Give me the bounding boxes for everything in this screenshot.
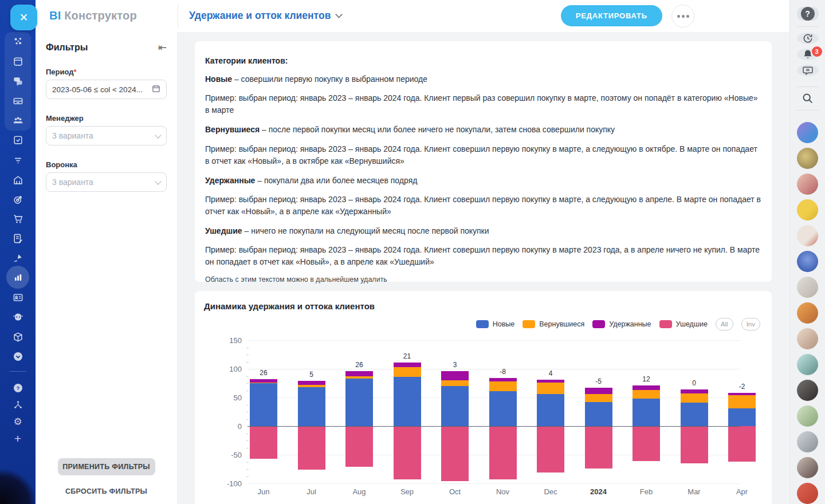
manager-select[interactable]: 3 варианта <box>46 126 167 145</box>
x-axis-label: Mar <box>674 487 714 496</box>
avatar[interactable] <box>797 225 818 246</box>
apply-filters-button[interactable]: ПРИМЕНИТЬ ФИЛЬТРЫ <box>58 458 155 475</box>
calendar-icon <box>152 84 160 95</box>
help-icon[interactable]: ? <box>10 380 26 396</box>
legend-swatch-churned <box>659 320 672 328</box>
package-icon[interactable] <box>10 329 26 345</box>
chat-icon[interactable] <box>10 73 26 89</box>
legend-swatch-retained <box>592 320 605 328</box>
idcard-icon[interactable] <box>10 289 26 305</box>
signature-icon[interactable] <box>10 250 26 266</box>
filter-icon[interactable] <box>10 152 26 168</box>
x-axis-label: Sep <box>387 487 427 496</box>
bot-icon[interactable] <box>10 309 26 325</box>
kanban-icon[interactable] <box>10 53 26 69</box>
help-button[interactable]: ? <box>797 7 819 21</box>
y-axis-minor-tick <box>246 477 249 477</box>
reset-filters-button[interactable]: СБРОСИТЬ ФИЛЬТРЫ <box>65 487 147 495</box>
avatar[interactable] <box>797 199 818 220</box>
grid-line <box>247 340 740 341</box>
bar-segment <box>394 363 421 367</box>
definition-retained: Удержанные – покупали два или более меся… <box>205 175 761 186</box>
info-card: Категории клиентов: Новые – совершили пе… <box>195 41 772 282</box>
target-icon[interactable] <box>10 191 26 207</box>
right-rail-divider <box>797 86 819 87</box>
close-icon[interactable]: ✕ <box>10 5 37 30</box>
cluster-icon[interactable] <box>10 33 26 49</box>
inbox-icon[interactable] <box>10 93 26 109</box>
legend-all-button[interactable]: All <box>716 318 733 330</box>
dashboard-title-dropdown[interactable]: Удержание и отток клиентов <box>189 10 341 22</box>
settings-icon[interactable]: ⚙ <box>10 414 26 430</box>
top-bar: BI Конструктор Удержание и отток клиенто… <box>36 0 789 32</box>
svg-text:?: ? <box>16 385 19 391</box>
bar-segment <box>394 377 421 426</box>
users-icon[interactable] <box>10 112 26 128</box>
search-button[interactable] <box>797 92 819 104</box>
avatar[interactable] <box>797 431 818 452</box>
avatar[interactable] <box>797 122 818 143</box>
avatar[interactable] <box>797 277 818 298</box>
y-axis-tick: 50 <box>215 393 242 402</box>
avatar[interactable] <box>797 457 818 478</box>
funnel-placeholder: 3 варианта <box>52 178 152 187</box>
y-axis-minor-tick <box>246 355 249 355</box>
avatar[interactable] <box>797 148 818 169</box>
chevron-down-icon <box>155 178 161 184</box>
filters-panel: Фильтры ⇤ Период* 2023-05-06 ≤ col < 202… <box>36 32 178 504</box>
stacked-bar-chart[interactable]: 150100500-50-10026Jun5Jul26Aug21Sep3Oct-… <box>247 340 740 504</box>
notifications-button[interactable]: 3 <box>797 49 819 60</box>
tasks-icon[interactable] <box>10 132 26 148</box>
bar-segment <box>345 379 373 426</box>
building-icon[interactable] <box>10 172 26 188</box>
zero-line <box>247 426 740 427</box>
bar-segment <box>681 389 708 393</box>
funnel-select[interactable]: 3 варианта <box>46 172 167 192</box>
grid-line <box>247 483 740 484</box>
legend-inv-button[interactable]: Inv <box>741 318 760 330</box>
bar-segment <box>489 381 517 391</box>
legend-swatch-new <box>476 320 489 328</box>
bar-segment <box>489 378 517 381</box>
avatar[interactable] <box>797 251 818 272</box>
bar-segment <box>394 426 421 479</box>
avatar[interactable] <box>797 354 818 375</box>
bar-segment <box>345 371 373 376</box>
collapse-panel-icon[interactable]: ⇤ <box>158 42 167 53</box>
analytics-icon[interactable] <box>10 269 26 285</box>
bar-segment <box>537 383 564 394</box>
integrations-icon[interactable] <box>10 396 26 412</box>
bar-segment <box>441 380 469 386</box>
history-button[interactable] <box>797 33 819 44</box>
edit-button[interactable]: РЕДАКТИРОВАТЬ <box>561 5 662 26</box>
avatar[interactable] <box>797 302 818 324</box>
contract-icon[interactable] <box>10 230 26 246</box>
y-axis-tick: 150 <box>215 336 242 345</box>
more-options-button[interactable] <box>671 5 694 27</box>
collapse-circle-icon[interactable] <box>10 348 26 364</box>
funnel-label: Воронка <box>46 160 167 169</box>
question-icon: ? <box>801 7 815 21</box>
legend-item-returned[interactable]: Вернувшиеся <box>522 320 584 328</box>
cart-icon[interactable] <box>10 211 26 227</box>
logo-primary: BI <box>49 9 61 22</box>
avatar[interactable] <box>797 405 818 427</box>
period-input[interactable]: 2023-05-06 ≤ col < 2024... <box>46 80 167 99</box>
avatar[interactable] <box>797 174 818 195</box>
legend-item-churned[interactable]: Ушедшие <box>659 320 708 328</box>
bar-segment <box>441 426 469 481</box>
bar-segment <box>345 426 373 467</box>
bar-segment <box>585 394 612 402</box>
conversations-button[interactable] <box>797 65 819 76</box>
bar-segment <box>632 390 660 399</box>
right-rail-divider <box>797 26 819 27</box>
y-axis-minor-tick <box>246 405 249 405</box>
add-icon[interactable]: + <box>10 431 26 447</box>
bar-segment <box>632 399 660 426</box>
avatar[interactable] <box>797 483 818 504</box>
legend-item-new[interactable]: Новые <box>476 320 515 328</box>
avatar[interactable] <box>797 380 818 401</box>
avatar[interactable] <box>797 328 818 349</box>
legend-item-retained[interactable]: Удержанные <box>592 320 651 328</box>
y-axis-tick: -50 <box>215 451 242 459</box>
